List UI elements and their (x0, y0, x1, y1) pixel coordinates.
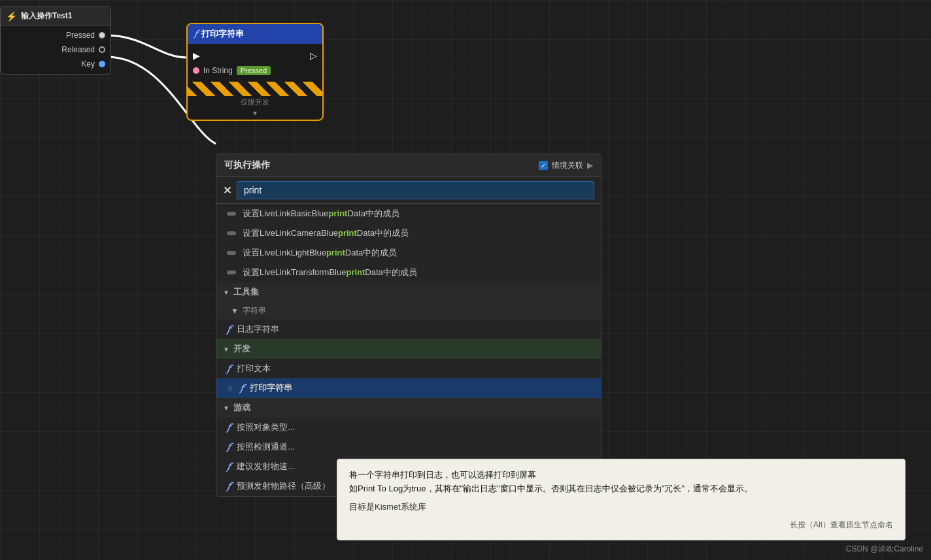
pressed-label: Pressed (66, 31, 95, 40)
func-f-icon: 𝑓 (227, 324, 230, 335)
by-channel-label: 按照检测通道... (237, 441, 295, 453)
warning-stripe (188, 82, 322, 96)
triangle-icon: ▼ (223, 289, 229, 296)
input-node-title: ⚡ 输入操作Test1 (1, 7, 110, 25)
watermark-text: CSDN @涂欢Caroline (846, 544, 923, 553)
context-checkbox[interactable]: ✓ (539, 161, 548, 170)
key-pin: Key (1, 57, 110, 71)
print-node-body: ▶ ▷ In String Pressed (188, 44, 322, 82)
result-dot-icon (227, 212, 236, 216)
tooltip-box: 将一个字符串打印到日志，也可以选择打印到屏幕 如Print To Log为tru… (337, 459, 906, 540)
section-tools[interactable]: ▼ 工具集 (216, 282, 601, 302)
section-dev[interactable]: ▼ 开发 (216, 339, 601, 359)
exec-in-arrow: ▶ (193, 50, 200, 61)
by-object-type-label: 按照对象类型... (237, 421, 295, 433)
search-input[interactable] (237, 181, 594, 199)
print-node-footer: 仅限开发 (188, 96, 322, 108)
input-action-node: ⚡ 输入操作Test1 Pressed Released Key (0, 7, 111, 74)
section-game-label: 游戏 (233, 402, 250, 414)
triangle-icon: ▼ (223, 346, 229, 353)
pressed-pin-dot (99, 32, 105, 39)
result-print-string[interactable]: ☆ 𝑓 打印字符串 (216, 378, 601, 398)
context-label: 情境关联 (552, 160, 583, 171)
result-livelink-transform[interactable]: 设置LiveLinkTransformBlueprintData中的成员 (216, 263, 601, 282)
tooltip-line2: 如Print To Log为true，其将在"输出日志"窗口中显示。否则其在日志… (349, 484, 753, 493)
close-button[interactable]: ✕ (223, 184, 231, 197)
tooltip-target: 目标是Kismet系统库 (349, 501, 893, 513)
print-string-label: 打印字符串 (250, 382, 292, 394)
key-label: Key (81, 59, 95, 69)
func-icon: 𝑓 (194, 29, 197, 39)
func-f-icon: 𝑓 (227, 363, 230, 374)
released-label: Released (61, 45, 95, 54)
print-node-title-text: 打印字符串 (201, 28, 244, 40)
tooltip-line1: 将一个字符串打印到日志，也可以选择打印到屏幕 (349, 470, 536, 480)
pressed-pin: Pressed (1, 28, 110, 42)
result-by-object-type[interactable]: 𝑓 按照对象类型... (216, 418, 601, 437)
triangle-icon: ▼ (231, 306, 239, 316)
search-panel: 可执行操作 ✓ 情境关联 ▶ ✕ 设置LiveLinkBasicBlueprin… (216, 154, 601, 497)
pressed-badge: Pressed (237, 66, 271, 75)
subsection-string-label: 字符串 (243, 305, 266, 316)
print-text-label: 打印文本 (237, 363, 271, 374)
search-bar: ✕ (216, 177, 601, 204)
func-f-icon: 𝑓 (227, 481, 230, 492)
tooltip-target-text: 目标是Kismet系统库 (349, 502, 426, 512)
result-print-text[interactable]: 𝑓 打印文本 (216, 359, 601, 378)
exec-in-pin: ▶ (193, 50, 200, 61)
section-dev-label: 开发 (233, 343, 250, 355)
in-string-label: In String (203, 66, 233, 75)
key-pin-dot (99, 61, 105, 67)
result-dot-icon (227, 271, 236, 274)
result-livelink-camera[interactable]: 设置LiveLinkCameraBlueprintData中的成员 (216, 223, 601, 243)
func-f-icon: 𝑓 (240, 383, 243, 394)
result-livelink-basic[interactable]: 设置LiveLinkBasicBlueprintData中的成员 (216, 204, 601, 223)
result-by-channel[interactable]: 𝑓 按照检测通道... (216, 437, 601, 457)
func-f-icon: 𝑓 (227, 422, 230, 433)
subsection-string[interactable]: ▼ 字符串 (216, 302, 601, 320)
triangle-icon: ▼ (223, 404, 229, 412)
context-toggle[interactable]: ✓ 情境关联 ▶ (539, 160, 593, 171)
log-string-label: 日志字符串 (237, 323, 279, 335)
chevron-down-icon: ▾ (188, 108, 322, 120)
suggest-projectile-label: 建议发射物速... (237, 461, 295, 472)
released-pin: Released (1, 42, 110, 57)
print-node-exec-pins: ▶ ▷ (188, 48, 322, 63)
exec-out-arrow: ▷ (310, 50, 317, 61)
watermark: CSDN @涂欢Caroline (846, 544, 923, 555)
lightning-icon: ⚡ (6, 11, 17, 22)
predict-projectile-label: 预测发射物路径（高级） (237, 480, 330, 492)
print-string-node: 𝑓 打印字符串 ▶ ▷ In String Pressed 仅限开发 ▾ (186, 23, 324, 121)
released-pin-dot (99, 46, 105, 53)
result-livelink-light[interactable]: 设置LiveLinkLightBlueprintData中的成员 (216, 243, 601, 263)
tooltip-hint-text: 长按（Alt）查看原生节点命名 (790, 520, 893, 529)
warning-label: 仅限开发 (241, 98, 269, 106)
results-list: 设置LiveLinkBasicBlueprintData中的成员 设置LiveL… (216, 204, 601, 496)
func-f-icon: 𝑓 (227, 442, 230, 453)
exec-out-pin: ▷ (310, 50, 317, 61)
func-f-icon: 𝑓 (227, 461, 230, 472)
result-dot-icon (227, 251, 236, 255)
input-node-body: Pressed Released Key (1, 25, 110, 74)
input-node-title-text: 输入操作Test1 (21, 10, 72, 22)
string-dot (193, 67, 199, 74)
in-string-row: In String Pressed (188, 63, 322, 78)
panel-title: 可执行操作 (224, 159, 270, 171)
section-game[interactable]: ▼ 游戏 (216, 398, 601, 418)
section-tools-label: 工具集 (233, 286, 259, 298)
result-dot-icon (227, 231, 236, 235)
result-log-string[interactable]: 𝑓 日志字符串 (216, 320, 601, 339)
print-node-title: 𝑓 打印字符串 (188, 24, 322, 44)
tooltip-hint: 长按（Alt）查看原生节点命名 (349, 519, 893, 531)
arrow-right-icon: ▶ (587, 161, 593, 170)
search-panel-header: 可执行操作 ✓ 情境关联 ▶ (216, 154, 601, 177)
star-icon: ☆ (227, 384, 233, 393)
tooltip-main: 将一个字符串打印到日志，也可以选择打印到屏幕 如Print To Log为tru… (349, 469, 893, 496)
